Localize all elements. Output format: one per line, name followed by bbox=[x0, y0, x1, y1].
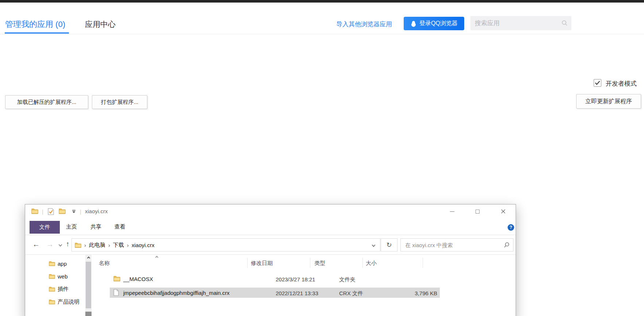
qq-penguin-icon bbox=[410, 20, 417, 27]
sidebar-item-plugins[interactable]: 插件 bbox=[25, 284, 84, 294]
scroll-down-button[interactable] bbox=[85, 312, 92, 316]
file-icon bbox=[113, 289, 119, 296]
search-icon bbox=[561, 20, 568, 26]
maximize-button[interactable] bbox=[469, 204, 486, 218]
column-header-type[interactable]: 类型 bbox=[314, 260, 325, 267]
file-name: __MACOSX bbox=[123, 276, 153, 282]
file-type: 文件夹 bbox=[339, 276, 356, 283]
address-dropdown-chevron-icon[interactable] bbox=[372, 243, 376, 247]
explorer-search-box bbox=[400, 238, 513, 251]
check-icon bbox=[595, 81, 600, 85]
back-icon[interactable]: ← bbox=[32, 240, 40, 249]
file-row-crx-selected[interactable]: jmpepeebcbihafjjadogphmbgiffiajh_main.cr… bbox=[110, 288, 440, 298]
sort-ascending-caret-icon bbox=[155, 256, 158, 259]
close-button[interactable] bbox=[495, 204, 512, 218]
developer-mode-label: 开发者模式 bbox=[606, 79, 637, 88]
folder-icon bbox=[49, 261, 55, 266]
sidebar-item-label: 产品说明 bbox=[58, 299, 79, 305]
column-header-date-modified[interactable]: 修改日期 bbox=[251, 260, 273, 267]
folder-icon bbox=[113, 276, 120, 281]
file-date-modified: 2022/12/21 13:33 bbox=[276, 290, 318, 296]
sidebar-item-label: 插件 bbox=[58, 286, 69, 293]
explorer-app-icon bbox=[31, 208, 38, 214]
forward-icon[interactable]: → bbox=[46, 240, 54, 249]
window-titlebar[interactable]: | | xiaoyi.crx bbox=[25, 204, 516, 219]
app-search-input[interactable] bbox=[470, 16, 571, 30]
file-row-macosx[interactable]: __MACOSX 2023/3/27 18:21 文件夹 bbox=[110, 274, 440, 285]
breadcrumb-separator-icon: › bbox=[127, 242, 129, 248]
browser-top-edge bbox=[0, 0, 644, 3]
breadcrumb-current-folder[interactable]: xiaoyi.crx bbox=[132, 242, 155, 248]
folder-icon bbox=[49, 286, 55, 292]
load-unpacked-extension-button[interactable]: 加载已解压的扩展程序... bbox=[5, 95, 88, 109]
close-icon bbox=[501, 209, 505, 214]
update-extensions-now-button[interactable]: 立即更新扩展程序 bbox=[576, 94, 641, 109]
scrollbar-thumb[interactable] bbox=[86, 262, 91, 308]
folder-icon bbox=[49, 274, 55, 279]
refresh-button[interactable]: ↻ bbox=[381, 238, 397, 251]
column-header-name[interactable]: 名称 bbox=[99, 260, 110, 267]
ribbon-tab-row: 文件 主页 共享 查看 bbox=[25, 219, 516, 235]
file-name: jmpepeebcbihafjjadogphmbgiffiajh_main.cr… bbox=[123, 290, 230, 296]
sidebar-item-web[interactable]: web bbox=[25, 271, 84, 282]
customize-toolbar-caret-icon[interactable] bbox=[72, 210, 76, 213]
breadcrumb-downloads[interactable]: 下载 bbox=[113, 242, 124, 249]
toolbar-separator: | bbox=[80, 208, 81, 215]
ribbon-tab-view[interactable]: 查看 bbox=[115, 223, 125, 230]
pack-extension-button[interactable]: 打包扩展程序... bbox=[92, 95, 147, 109]
minimize-button[interactable] bbox=[444, 204, 461, 218]
properties-quick-access-icon[interactable] bbox=[48, 208, 54, 215]
maximize-icon bbox=[476, 210, 480, 214]
file-explorer-window: | | xiaoyi.crx 文件 主页 共享 bbox=[25, 204, 516, 316]
breadcrumb-this-pc[interactable]: 此电脑 bbox=[89, 242, 105, 249]
screen: 管理我的应用 (0) 应用中心 导入其他浏览器应用 登录QQ浏览器 开发者模式 … bbox=[0, 0, 644, 316]
address-bar[interactable]: › 此电脑 › 下载 › xiaoyi.crx bbox=[71, 238, 380, 251]
file-size: 3,796 KB bbox=[383, 290, 437, 296]
tab-manage-my-apps[interactable]: 管理我的应用 (0) bbox=[5, 19, 65, 30]
ribbon-tab-file[interactable]: 文件 bbox=[30, 221, 60, 234]
column-separator bbox=[247, 258, 248, 268]
sidebar-item-label: app bbox=[58, 261, 67, 267]
help-button[interactable]: ? bbox=[508, 224, 514, 231]
recent-locations-chevron-icon[interactable] bbox=[59, 243, 62, 247]
folder-icon bbox=[49, 299, 55, 304]
breadcrumb-separator-icon: › bbox=[84, 242, 86, 248]
login-qq-browser-button[interactable]: 登录QQ浏览器 bbox=[404, 17, 464, 30]
developer-mode-checkbox[interactable] bbox=[594, 79, 601, 87]
toolbar-separator: | bbox=[42, 208, 43, 215]
ribbon-tab-home[interactable]: 主页 bbox=[66, 223, 77, 230]
up-icon[interactable]: ↑ bbox=[66, 240, 70, 248]
app-search-box bbox=[470, 16, 571, 30]
file-date-modified: 2023/3/27 18:21 bbox=[276, 276, 315, 282]
window-title: xiaoyi.crx bbox=[85, 208, 108, 214]
scroll-up-button[interactable] bbox=[85, 255, 92, 261]
header-divider bbox=[0, 34, 644, 34]
active-tab-underline bbox=[5, 32, 69, 34]
breadcrumb-separator-icon: › bbox=[108, 242, 110, 248]
column-separator bbox=[423, 258, 423, 268]
minimize-icon bbox=[450, 211, 454, 212]
column-separator bbox=[362, 258, 363, 268]
folder-icon bbox=[75, 242, 81, 248]
ribbon-tab-share[interactable]: 共享 bbox=[90, 223, 101, 230]
search-icon bbox=[504, 242, 510, 248]
file-type: CRX 文件 bbox=[339, 290, 363, 297]
chevron-up-icon bbox=[87, 256, 90, 259]
login-button-label: 登录QQ浏览器 bbox=[419, 20, 458, 27]
import-other-browser-apps-link[interactable]: 导入其他浏览器应用 bbox=[336, 20, 392, 28]
sidebar-item-app[interactable]: app bbox=[25, 258, 84, 269]
explorer-content: app web 插件 产品说明 名称 修改日期 bbox=[25, 255, 516, 316]
sidebar-item-label: web bbox=[58, 273, 68, 280]
explorer-search-input[interactable] bbox=[401, 239, 513, 251]
column-header-size[interactable]: 大小 bbox=[366, 260, 377, 267]
navigation-bar: ← → ↑ › 此电脑 › 下载 › xiaoyi.crx ↻ bbox=[25, 235, 516, 255]
column-separator bbox=[310, 258, 310, 268]
sidebar-item-product-docs[interactable]: 产品说明 bbox=[25, 296, 84, 307]
sidebar-scrollbar[interactable] bbox=[85, 255, 92, 316]
new-folder-quick-access-icon[interactable] bbox=[59, 208, 66, 214]
tab-app-center[interactable]: 应用中心 bbox=[85, 19, 116, 30]
